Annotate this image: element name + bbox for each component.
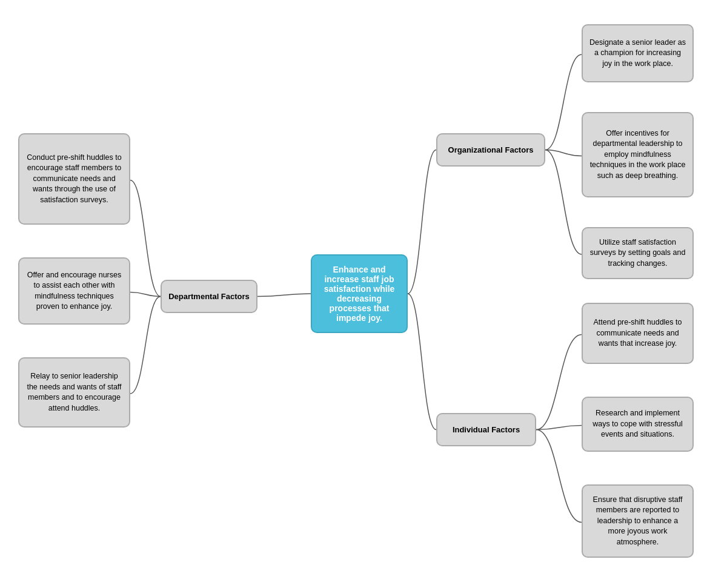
leaf-node: Offer incentives for departmental leader… bbox=[582, 112, 694, 197]
branch-node-individual: Individual Factors bbox=[436, 413, 536, 446]
branch-node-departmental: Departmental Factors bbox=[161, 280, 257, 313]
leaf-node: Designate a senior leader as a champion … bbox=[582, 24, 694, 82]
leaf-node: Utilize staff satisfaction surveys by se… bbox=[582, 227, 694, 279]
center-node: Enhance and increase staff job satisfact… bbox=[311, 254, 408, 333]
leaf-node: Offer and encourage nurses to assist eac… bbox=[18, 257, 130, 325]
leaf-node: Attend pre-shift huddles to communicate … bbox=[582, 303, 694, 364]
mind-map: Enhance and increase staff job satisfact… bbox=[0, 0, 727, 588]
leaf-node: Relay to senior leadership the needs and… bbox=[18, 357, 130, 428]
leaf-node: Ensure that disruptive staff members are… bbox=[582, 484, 694, 558]
leaf-node: Conduct pre-shift huddles to encourage s… bbox=[18, 133, 130, 225]
leaf-node: Research and implement ways to cope with… bbox=[582, 397, 694, 452]
branch-node-organizational: Organizational Factors bbox=[436, 133, 545, 167]
